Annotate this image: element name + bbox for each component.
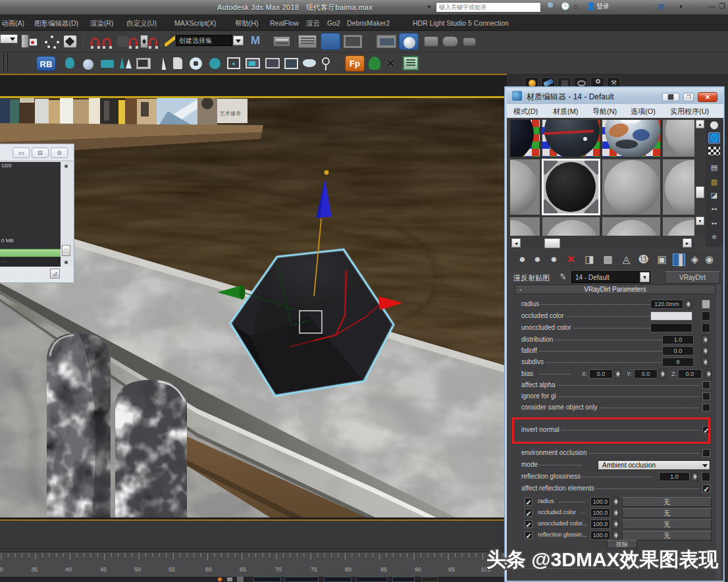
svg-text:艺术修养: 艺术修养 <box>220 111 241 117</box>
